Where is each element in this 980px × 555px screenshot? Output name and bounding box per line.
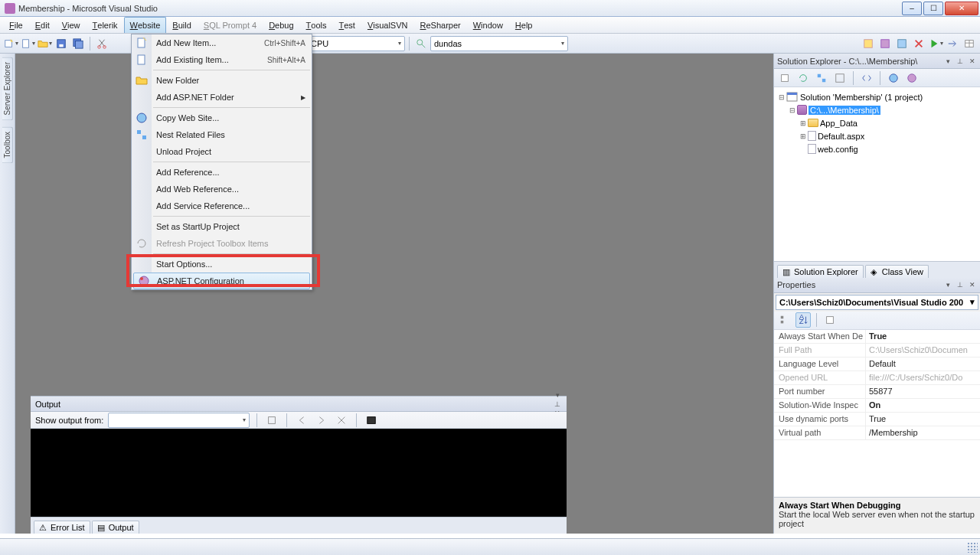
prop-row[interactable]: Port number55877 [774,385,980,399]
tool-3-icon[interactable] [894,36,910,51]
server-explorer-tab[interactable]: Server Explorer [2,57,13,120]
expander-icon[interactable]: ⊟ [788,106,797,114]
prop-value[interactable]: On [866,399,980,412]
output-goto-icon[interactable] [264,413,279,428]
tool-cross-icon[interactable] [911,36,926,51]
menu-item-start-options[interactable]: Start Options... [132,256,312,273]
prop-row[interactable]: Full PathC:\Users\Schiz0\Documen [774,344,980,357]
prop-pin-icon[interactable]: ⊥ [956,280,965,289]
properties-target-combo[interactable]: C:\Users\Schiz0\Documents\Visual Studio … [776,295,978,310]
menu-build[interactable]: Build [166,17,197,33]
prop-value[interactable]: True [866,330,980,343]
output-prev-icon[interactable] [294,413,309,428]
cut-button[interactable] [94,36,109,51]
se-dropdown-icon[interactable]: ▾ [943,57,952,66]
tool-table-icon[interactable] [962,36,977,51]
prop-row[interactable]: Opened URLfile:///C:/Users/Schiz0/Do [774,371,980,385]
project-node[interactable]: ⊟ C:\...\Membership\ [777,103,977,116]
menu-help[interactable]: Help [509,17,539,33]
menu-item-nest-related-files[interactable]: Nest Related Files [132,126,312,143]
output-tab[interactable]: ▤Output [92,521,139,534]
prop-value[interactable]: /Membership [866,426,980,439]
menu-tools[interactable]: Tools [300,17,333,33]
se-view-code-icon[interactable] [859,70,874,86]
menu-debug[interactable]: Debug [263,17,299,33]
save-button[interactable] [54,36,69,51]
maximize-button[interactable]: ☐ [923,2,943,15]
prop-row[interactable]: Solution-Wide InspecOn [774,399,980,413]
menu-edit[interactable]: Edit [29,17,56,33]
prop-pages-icon[interactable] [822,312,838,328]
prop-value[interactable]: file:///C:/Users/Schiz0/Do [866,371,980,384]
menu-item-add-new-item[interactable]: Add New Item...Ctrl+Shift+A [132,34,312,51]
run-button[interactable]: ▾ [928,36,943,51]
menu-item-add-reference[interactable]: Add Reference... [132,164,312,181]
error-list-tab[interactable]: ⚠Error List [34,521,90,534]
menu-item-unload-project[interactable]: Unload Project [132,143,312,160]
open-button[interactable]: ▾ [37,36,52,51]
tree-item-default[interactable]: ⊞ Default.aspx [777,129,977,142]
prop-row[interactable]: Use dynamic portsTrue [774,413,980,426]
prop-row[interactable]: Virtual path/Membership [774,426,980,440]
menu-resharper[interactable]: ReSharper [414,17,467,33]
se-nest-icon[interactable] [814,70,829,86]
prop-value[interactable]: True [866,413,980,426]
prop-row[interactable]: Language LevelDefault [774,357,980,371]
properties-grid[interactable]: Always Start When DeTrueFull PathC:\User… [774,330,980,498]
se-properties-icon[interactable] [777,70,792,86]
output-next-icon[interactable] [314,413,329,428]
menu-website[interactable]: Website [124,17,167,33]
menu-file[interactable]: File [3,17,29,33]
tool-arrow-icon[interactable] [945,36,960,51]
output-clear-icon[interactable] [334,413,349,428]
prop-dropdown-icon[interactable]: ▾ [943,280,952,289]
output-body[interactable] [31,429,567,517]
menu-item-add-web-reference[interactable]: Add Web Reference... [132,181,312,198]
menu-visualsvn[interactable]: VisualSVN [361,17,414,33]
menu-item-add-service-reference[interactable]: Add Service Reference... [132,198,312,214]
class-view-tab[interactable]: ◈Class View [865,265,929,278]
expander-icon[interactable]: ⊟ [777,93,786,101]
tool-1-icon[interactable] [861,36,876,51]
resize-grip-icon[interactable] [967,542,978,553]
menu-telerik[interactable]: Telerik [87,17,124,33]
menu-item-copy-web-site[interactable]: Copy Web Site... [132,109,312,126]
se-pin-icon[interactable]: ⊥ [956,57,965,66]
toolbox-tab[interactable]: Toolbox [2,126,13,163]
output-source-combo[interactable]: ▾ [108,413,250,428]
se-copy-website-icon[interactable] [886,70,901,86]
prop-row[interactable]: Always Start When DeTrue [774,330,980,344]
menu-item-new-folder[interactable]: New Folder [132,72,312,89]
tree-item-appdata[interactable]: ⊞ App_Data [777,116,977,129]
expander-icon[interactable]: ⊞ [799,119,808,127]
menu-view[interactable]: View [56,17,87,33]
find-icon[interactable] [413,36,429,51]
close-button[interactable]: ✕ [945,2,978,15]
tool-2-icon[interactable] [877,36,893,51]
prop-categorized-icon[interactable] [777,312,792,328]
menu-item-set-as-startup-project[interactable]: Set as StartUp Project [132,218,312,235]
solution-node[interactable]: ⊟ Solution 'Membership' (1 project) [777,90,977,103]
prop-close-icon[interactable]: ✕ [968,280,977,289]
find-combo[interactable]: dundas▾ [430,36,568,51]
solution-explorer-tab[interactable]: ▥Solution Explorer [777,265,864,278]
prop-value[interactable]: 55877 [866,385,980,398]
solution-tree[interactable]: ⊟ Solution 'Membership' (1 project) ⊟ C:… [774,87,980,261]
add-item-button[interactable]: ▾ [20,36,35,51]
output-dropdown-icon[interactable]: ▾ [553,390,562,400]
prop-value[interactable]: C:\Users\Schiz0\Documen [866,344,980,357]
menu-item-add-asp-net-folder[interactable]: Add ASP.NET Folder▶ [132,89,312,106]
expander-icon[interactable]: ⊞ [799,132,808,140]
save-all-button[interactable] [70,36,86,51]
new-project-button[interactable]: ▾ [3,36,18,51]
tree-item-webconfig[interactable]: web.config [777,142,977,155]
se-showall-icon[interactable] [832,70,848,86]
menu-sql-prompt-4[interactable]: SQL Prompt 4 [198,17,263,33]
output-wrap-icon[interactable] [364,413,379,428]
se-close-icon[interactable]: ✕ [968,57,977,66]
menu-test[interactable]: Test [332,17,361,33]
menu-item-add-existing-item[interactable]: Add Existing Item...Shift+Alt+A [132,51,312,68]
prop-value[interactable]: Default [866,357,980,371]
se-refresh-icon[interactable] [795,70,811,86]
menu-window[interactable]: Window [467,17,509,33]
